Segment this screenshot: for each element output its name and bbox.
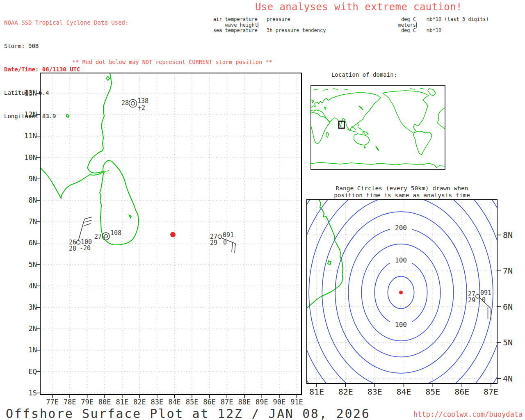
station-sea-temp: 28 (69, 245, 76, 252)
station-plot-27-108: 27 108 (94, 229, 121, 240)
lagoon-loop (106, 76, 110, 80)
range-x-axis-label: 87E (484, 387, 498, 397)
y-axis-label: 12N (24, 110, 37, 119)
station-sea-temp: 29 (468, 297, 475, 304)
world-coastline-africa-west (437, 108, 445, 129)
world-inset: Location of domain: (311, 71, 445, 169)
y-axis-label: 1N (29, 346, 37, 354)
station-sea-temp: 29 (210, 239, 217, 247)
buoy-inner-circle-icon (104, 235, 107, 238)
station-tendency: +2 (138, 104, 145, 112)
world-coastline-north-america (383, 89, 436, 133)
world-coastline-madagascar (326, 132, 329, 137)
x-axis-label: 83E (151, 398, 164, 406)
y-axis-label: 5N (29, 260, 37, 269)
y-axis-label: 2N (29, 324, 37, 333)
range-sri-lanka-coastline (307, 200, 343, 308)
range-x-axis-label: 84E (396, 387, 411, 397)
station-air-temp: 27 (94, 233, 102, 240)
x-axis-label: 80E (98, 398, 111, 406)
buoy-double-circle-icon (129, 100, 137, 107)
x-axis-label: 81E (116, 398, 128, 406)
world-coastline-indonesia (347, 127, 368, 134)
range-y-axis-label: 8N (503, 230, 513, 240)
station-pressure: 091 (223, 231, 234, 239)
range-storm-position-dot (399, 291, 403, 294)
range-map: Range Circles (every 50km) drawn when po… (283, 147, 519, 420)
range-map-title-line2: position time is same as analysis time (334, 192, 470, 199)
main-grid-horizontal (40, 93, 301, 393)
storm-position-dot (170, 232, 176, 237)
x-axis-label: 91E (290, 398, 303, 406)
station-pressure: 138 (137, 97, 148, 105)
station-air-temp: 28 (121, 99, 129, 107)
y-axis-label: 4N (29, 282, 37, 290)
range-y-axis-label: 4N (503, 374, 513, 383)
range-x-axis-label: 82E (338, 387, 353, 397)
range-map-title-line1: Range Circles (every 50km) drawn when (336, 185, 468, 192)
range-x-axis-label: 85E (425, 387, 440, 397)
india-coastline (40, 73, 112, 199)
y-axis-label: 1S (29, 389, 37, 397)
contour-label-100b: 100 (395, 321, 407, 329)
world-coastline-south-america (413, 131, 432, 155)
plot-graphics: 28 138 +2 26 100 28 -20 27 108 (0, 0, 525, 420)
plot-title: Offshore Surface Plot at 12Z / JAN 08, 2… (6, 406, 370, 420)
station-plot-27-091: 27 091 29 0 (210, 231, 235, 253)
x-axis-label: 90E (273, 398, 286, 406)
range-y-axis-label: 5N (503, 338, 513, 347)
world-coastlines (311, 88, 445, 168)
range-x-axis-label: 86E (454, 387, 469, 397)
wind-barb-icon (78, 217, 92, 241)
y-axis-label: 8N (29, 196, 37, 204)
y-axis-label: 7N (29, 217, 37, 226)
station-tendency: -20 (80, 244, 91, 252)
x-axis-label: 86E (203, 398, 216, 406)
offshore-surface-plot: NOAA SSD Tropical Cyclone Data Used: Sto… (0, 0, 525, 420)
y-axis-label: 3N (29, 303, 37, 311)
source-url: http://coolwx.com/buoydata (413, 410, 523, 418)
world-inset-title: Location of domain: (331, 71, 397, 78)
x-axis-label: 88E (238, 398, 251, 406)
y-axis-label: 6N (29, 239, 37, 247)
x-axis-label: 87E (221, 398, 233, 406)
contour-label-100: 100 (395, 256, 407, 264)
station-plot-28-138: 28 138 +2 (121, 97, 148, 112)
station-pressure: 091 (480, 289, 491, 297)
world-coastline-japan (357, 106, 363, 126)
buoy-inner-circle-icon (131, 102, 135, 105)
y-axis-label: 11N (24, 132, 37, 140)
x-axis-label: 89E (256, 398, 268, 406)
range-y-axis-label: 6N (503, 302, 513, 312)
world-coastline-arctic (312, 88, 424, 110)
station-tendency: 0 (482, 296, 486, 304)
x-axis-label: 77E (46, 398, 59, 406)
y-axis-label: EQ (29, 368, 37, 376)
x-axis-label: 79E (81, 398, 94, 406)
x-axis-label: 85E (186, 398, 199, 406)
station-tendency: 0 (223, 239, 227, 246)
y-axis-label: 13N (24, 89, 37, 97)
station-circle-icon (218, 235, 221, 238)
y-axis-label: 9N (29, 175, 37, 183)
x-axis-label: 82E (133, 398, 146, 406)
range-x-axis-label: 83E (368, 387, 382, 397)
main-map: 28 138 +2 26 100 28 -20 27 108 (24, 73, 303, 406)
station-plot-26-100: 26 100 28 -20 (69, 217, 92, 252)
small-islands (66, 114, 131, 218)
contour-label-200: 200 (395, 224, 407, 232)
station-pressure: 108 (110, 229, 121, 237)
range-x-axis-label: 81E (309, 387, 324, 397)
range-y-axis-label: 7N (503, 266, 513, 276)
range-lagoon (328, 261, 331, 265)
station-circle-icon (76, 240, 80, 244)
world-coastline-australia (354, 134, 379, 151)
world-coastline-africa-east (311, 112, 330, 144)
x-axis-label: 84E (168, 398, 181, 406)
x-axis-label: 78E (64, 398, 76, 406)
y-axis-label: 10N (24, 153, 37, 162)
world-coastline-antarctica (311, 162, 445, 168)
world-coastline-eurasia (311, 93, 381, 131)
